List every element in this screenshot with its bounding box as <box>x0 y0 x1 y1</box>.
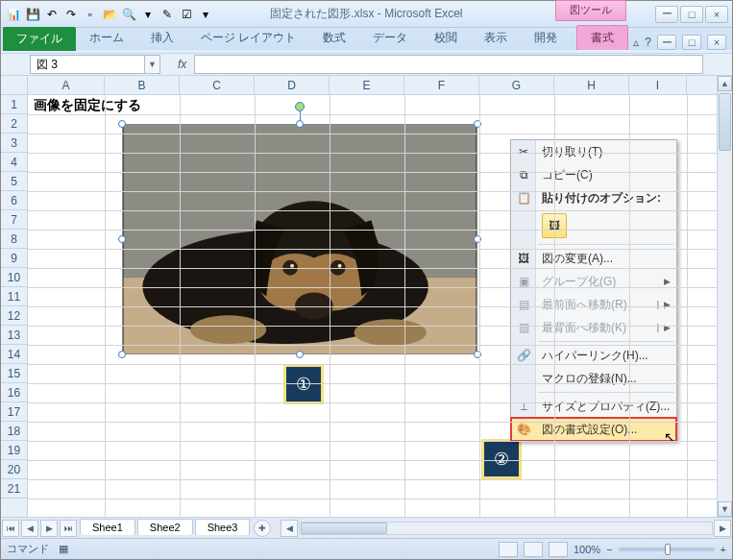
menu-cut[interactable]: ✂ 切り取り(T) <box>511 140 676 163</box>
cell-grid[interactable]: 画像を固定にする <box>28 95 717 517</box>
wb-restore-button[interactable]: □ <box>682 35 701 50</box>
more-icon[interactable]: ▾ <box>139 6 157 23</box>
tab-developer[interactable]: 開発 <box>521 26 571 50</box>
scroll-right-button[interactable]: ▶ <box>714 520 731 537</box>
row-header-4[interactable]: 4 <box>1 153 27 172</box>
col-header-C[interactable]: C <box>180 76 255 94</box>
row-header-7[interactable]: 7 <box>1 210 27 230</box>
resize-handle-sw[interactable] <box>118 351 126 358</box>
view-normal-button[interactable] <box>499 542 518 557</box>
zoom-level[interactable]: 100% <box>574 544 600 555</box>
tab-view[interactable]: 表示 <box>471 26 521 50</box>
scroll-up-button[interactable]: ▲ <box>718 76 732 91</box>
tab-format[interactable]: 書式 <box>576 25 628 50</box>
menu-copy[interactable]: ⧉ コピー(C) <box>511 163 676 186</box>
save-icon[interactable]: 💾 <box>24 6 41 23</box>
col-header-E[interactable]: E <box>330 76 404 94</box>
row-header-16[interactable]: 16 <box>1 383 27 402</box>
qat-customize-icon[interactable]: ▾ <box>197 6 214 23</box>
undo-icon[interactable]: ↶ <box>43 6 61 23</box>
resize-handle-n[interactable] <box>296 120 304 128</box>
zoom-out-button[interactable]: − <box>606 544 612 555</box>
rotation-handle[interactable] <box>295 102 305 111</box>
row-header-12[interactable]: 12 <box>1 306 27 326</box>
macro-record-icon[interactable]: ▦ <box>59 543 68 555</box>
tab-nav-prev[interactable]: ◀ <box>21 520 38 537</box>
formula-input[interactable] <box>194 55 703 74</box>
row-header-11[interactable]: 11 <box>1 287 27 306</box>
row-header-5[interactable]: 5 <box>1 172 27 191</box>
vscroll-thumb[interactable] <box>719 93 731 151</box>
col-header-H[interactable]: H <box>554 76 629 94</box>
row-header-13[interactable]: 13 <box>1 326 27 345</box>
col-header-D[interactable]: D <box>255 76 330 94</box>
tab-home[interactable]: ホーム <box>76 26 137 50</box>
tab-pagelayout[interactable]: ページ レイアウト <box>187 26 309 50</box>
hscroll-track[interactable] <box>299 522 713 535</box>
row-header-15[interactable]: 15 <box>1 364 27 383</box>
fx-icon[interactable]: fx <box>178 58 186 71</box>
minimize-button[interactable]: ー <box>655 6 678 23</box>
scroll-left-button[interactable]: ◀ <box>281 520 298 537</box>
tab-data[interactable]: データ <box>359 26 421 50</box>
row-header-14[interactable]: 14 <box>1 345 27 364</box>
tool2-icon[interactable]: ☑ <box>178 6 195 23</box>
ribbon-toggle-icon[interactable]: ▵ <box>633 36 639 49</box>
sheet-tab-2[interactable]: Shee2 <box>137 519 193 535</box>
zoom-slider[interactable] <box>619 548 715 551</box>
new-icon[interactable]: ▫ <box>82 6 99 23</box>
tool-icon[interactable]: ✎ <box>159 6 176 23</box>
close-button[interactable]: × <box>705 6 728 23</box>
menu-paste-option-picture[interactable]: 🖼 <box>511 209 676 242</box>
file-tab[interactable]: ファイル <box>3 27 76 51</box>
view-pagelayout-button[interactable] <box>524 542 543 557</box>
row-header-9[interactable]: 9 <box>1 249 27 268</box>
maximize-button[interactable]: □ <box>680 6 703 23</box>
col-header-F[interactable]: F <box>404 76 479 94</box>
col-header-B[interactable]: B <box>105 76 180 94</box>
help-icon[interactable]: ? <box>645 36 651 49</box>
wb-minimize-button[interactable]: ー <box>657 35 676 50</box>
tab-nav-last[interactable]: ⏭ <box>60 520 77 537</box>
redo-icon[interactable]: ↷ <box>62 6 80 23</box>
row-header-2[interactable]: 2 <box>1 114 27 134</box>
row-header-6[interactable]: 6 <box>1 191 27 210</box>
tab-nav-first[interactable]: ⏮ <box>2 520 19 537</box>
row-header-19[interactable]: 19 <box>1 441 27 460</box>
menu-change-picture[interactable]: 🖼 図の変更(A)... <box>511 247 676 270</box>
row-header-21[interactable]: 21 <box>1 479 27 499</box>
resize-handle-s[interactable] <box>296 351 304 358</box>
sheet-tab-3[interactable]: Shee3 <box>195 519 251 535</box>
col-header-A[interactable]: A <box>28 76 105 94</box>
resize-handle-nw[interactable] <box>118 120 126 128</box>
zoom-slider-thumb[interactable] <box>665 544 671 555</box>
tab-review[interactable]: 校閲 <box>421 26 471 50</box>
print-preview-icon[interactable]: 🔍 <box>120 6 137 23</box>
row-header-8[interactable]: 8 <box>1 230 27 249</box>
resize-handle-w[interactable] <box>118 235 126 243</box>
col-header-G[interactable]: G <box>479 76 554 94</box>
hscroll-thumb[interactable] <box>301 523 387 534</box>
row-header-10[interactable]: 10 <box>1 268 27 287</box>
name-box-dropdown[interactable]: ▼ <box>145 55 160 74</box>
row-header-1[interactable]: 1 <box>1 95 27 114</box>
menu-assign-macro[interactable]: マクロの登録(N)... <box>511 367 676 390</box>
row-header-18[interactable]: 18 <box>1 422 27 441</box>
row-header-3[interactable]: 3 <box>1 134 27 153</box>
horizontal-scrollbar[interactable]: ◀ ▶ <box>280 520 732 537</box>
tab-insert[interactable]: 挿入 <box>137 26 187 50</box>
row-header-17[interactable]: 17 <box>1 402 27 422</box>
open-icon[interactable]: 📂 <box>101 6 118 23</box>
new-sheet-button[interactable]: ✚ <box>254 520 271 537</box>
scroll-down-button[interactable]: ▼ <box>718 501 732 517</box>
row-header-20[interactable]: 20 <box>1 460 27 479</box>
zoom-in-button[interactable]: + <box>721 544 726 555</box>
sheet-tab-1[interactable]: Shee1 <box>80 519 135 535</box>
tab-nav-next[interactable]: ▶ <box>40 520 58 537</box>
wb-close-button[interactable]: × <box>707 35 726 50</box>
menu-size-properties[interactable]: ⟂ サイズとプロパティ(Z)... <box>511 395 676 418</box>
view-pagebreak-button[interactable] <box>549 542 568 557</box>
select-all-corner[interactable] <box>1 76 28 95</box>
inserted-picture[interactable] <box>122 124 477 354</box>
col-header-I[interactable]: I <box>629 76 687 94</box>
